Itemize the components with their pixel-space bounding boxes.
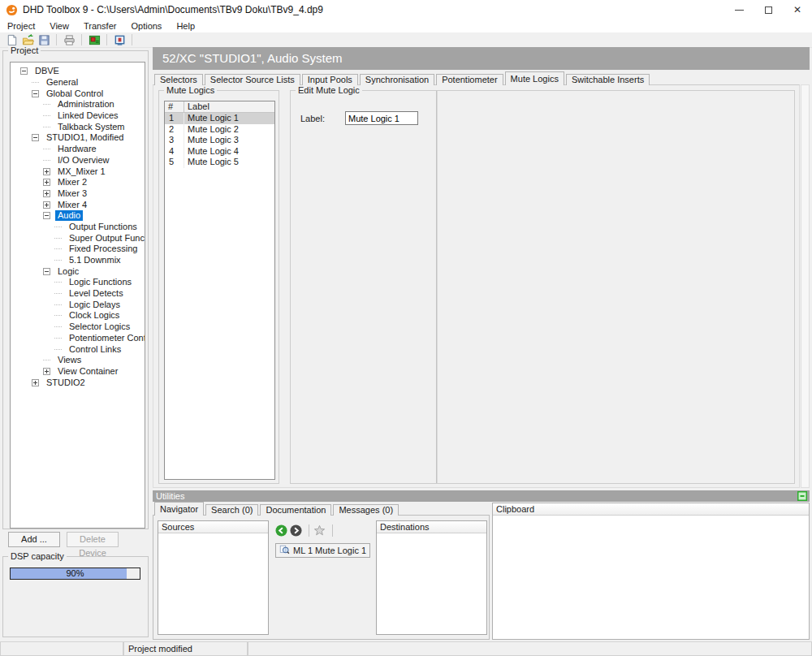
tree-item[interactable]: I/O Overview: [11, 155, 145, 166]
table-row[interactable]: 1Mute Logic 1: [165, 113, 274, 124]
menu-options[interactable]: Options: [123, 19, 169, 32]
tree-item[interactable]: Output Functions: [11, 222, 145, 233]
tree-item[interactable]: Potentiometer Control: [11, 333, 145, 344]
label-caption: Label:: [300, 114, 325, 123]
tree-item[interactable]: Clock Logics: [11, 310, 145, 322]
vertical-scrollbar[interactable]: [801, 84, 810, 488]
tree-item[interactable]: Audio: [11, 210, 145, 222]
tree-item[interactable]: Control Links: [11, 343, 145, 355]
transfer-button[interactable]: [87, 33, 102, 46]
tab-synchronisation[interactable]: Synchronisation: [360, 74, 434, 85]
tree-item[interactable]: Linked Devices: [11, 110, 145, 122]
save-icon: [38, 34, 50, 46]
tree-item[interactable]: Logic: [11, 265, 145, 277]
clipboard-header: Clipboard: [493, 503, 809, 516]
menu-help[interactable]: Help: [169, 19, 202, 32]
tree-item[interactable]: Views: [11, 355, 145, 366]
tree-item[interactable]: Selector Logics: [11, 322, 145, 333]
table-row[interactable]: 2Mute Logic 2: [165, 124, 274, 136]
add-device-button[interactable]: Add ...: [8, 532, 60, 547]
window-controls: ✕: [724, 0, 812, 19]
tree-item[interactable]: Level Detects: [11, 288, 145, 300]
tree-collapse-icon[interactable]: [32, 134, 39, 141]
maximize-button[interactable]: [754, 0, 783, 19]
tree-expand-icon[interactable]: [43, 368, 50, 375]
panel-collapse-button[interactable]: [797, 491, 807, 501]
label-input[interactable]: [345, 111, 418, 125]
navigator-middle: ML 1 Mute Logic 1: [270, 520, 374, 635]
tree-item[interactable]: Logic Functions: [11, 277, 145, 288]
minimize-icon: [735, 10, 744, 11]
tree-collapse-icon[interactable]: [43, 268, 50, 275]
menu-transfer[interactable]: Transfer: [76, 19, 124, 32]
print-button[interactable]: [62, 33, 76, 46]
tree-item[interactable]: Logic Delays: [11, 299, 145, 310]
utility-tab-documentation[interactable]: Documentation: [260, 504, 331, 516]
transfer-icon: [89, 34, 101, 46]
tree-item-label: Audio: [55, 210, 83, 221]
device-monitor-button[interactable]: [112, 33, 127, 46]
destinations-list[interactable]: Destinations: [376, 520, 487, 635]
tree-item[interactable]: DBVE: [11, 66, 145, 77]
mute-logics-page: Mute Logics #Label1Mute Logic 12Mute Log…: [153, 84, 800, 488]
tab-selectors[interactable]: Selectors: [154, 74, 203, 85]
table-row[interactable]: 3Mute Logic 3: [165, 135, 274, 146]
minimize-button[interactable]: [724, 0, 754, 19]
tree-connector: [54, 293, 62, 294]
tab-selector-source-lists[interactable]: Selector Source Lists: [205, 74, 300, 85]
tree-item[interactable]: General: [11, 77, 145, 88]
tree-item[interactable]: Super Output Functions: [11, 232, 145, 244]
back-button[interactable]: [275, 524, 287, 537]
clipboard-panel[interactable]: Clipboard: [492, 503, 810, 640]
tree-collapse-icon[interactable]: [43, 212, 50, 219]
open-folder-button[interactable]: [20, 33, 35, 46]
tree-expand-icon[interactable]: [32, 379, 39, 386]
tree-expand-icon[interactable]: [43, 201, 50, 209]
column-header[interactable]: #: [165, 101, 184, 113]
tree-item[interactable]: 5.1 Downmix: [11, 255, 145, 266]
tab-potentiometer[interactable]: Potentiometer: [436, 74, 503, 85]
tab-input-pools[interactable]: Input Pools: [302, 74, 358, 85]
tab-mute-logics[interactable]: Mute Logics: [505, 71, 564, 85]
utility-tab-search-0[interactable]: Search (0): [205, 504, 258, 516]
column-header[interactable]: Label: [184, 101, 274, 113]
tree-item[interactable]: Hardware: [11, 144, 145, 155]
menu-view[interactable]: View: [42, 19, 76, 32]
menu-bar: ProjectViewTransferOptionsHelp: [0, 19, 812, 32]
sources-list[interactable]: Sources: [158, 520, 269, 635]
table-row[interactable]: 4Mute Logic 4: [165, 146, 274, 158]
save-button[interactable]: [37, 33, 51, 46]
tab-switchable-inserts[interactable]: Switchable Inserts: [566, 74, 650, 85]
forward-button[interactable]: [290, 524, 302, 537]
tree-item[interactable]: Mixer 4: [11, 199, 145, 210]
navigator-item-button[interactable]: ML 1 Mute Logic 1: [275, 543, 370, 558]
new-document-button[interactable]: [4, 33, 19, 46]
toolbar-separator: [332, 524, 333, 537]
tree-expand-icon[interactable]: [43, 179, 50, 186]
sources-header: Sources: [158, 521, 268, 533]
tree-item[interactable]: View Container: [11, 366, 145, 378]
tree-connector: [54, 349, 62, 350]
utility-tab-navigator[interactable]: Navigator: [154, 502, 204, 516]
tree-item[interactable]: MX_Mixer 1: [11, 166, 145, 177]
tree-item[interactable]: Mixer 2: [11, 177, 145, 188]
utility-tab-messages-0[interactable]: Messages (0): [333, 504, 399, 516]
tree-item-label: Super Output Functions: [67, 233, 145, 244]
row-label: Mute Logic 5: [184, 157, 274, 168]
close-button[interactable]: ✕: [783, 0, 812, 19]
tree-item[interactable]: Talkback System: [11, 121, 145, 132]
tree-collapse-icon[interactable]: [32, 90, 39, 97]
tree-item[interactable]: Administration: [11, 99, 145, 110]
tree-expand-icon[interactable]: [43, 190, 50, 197]
tree-item[interactable]: Mixer 3: [11, 188, 145, 200]
tree-expand-icon[interactable]: [43, 168, 50, 175]
menu-project[interactable]: Project: [0, 19, 42, 32]
tree-item[interactable]: Global Control: [11, 88, 145, 99]
tree-item[interactable]: STUDIO2: [11, 377, 145, 388]
table-row[interactable]: 5Mute Logic 5: [165, 157, 274, 168]
tree-item[interactable]: Fixed Processing: [11, 244, 145, 255]
tree-collapse-icon[interactable]: [20, 67, 28, 75]
toolbar-separator: [132, 34, 132, 45]
favorite-button[interactable]: [313, 524, 326, 537]
tree-item[interactable]: STUDIO1, Modified: [11, 132, 145, 144]
